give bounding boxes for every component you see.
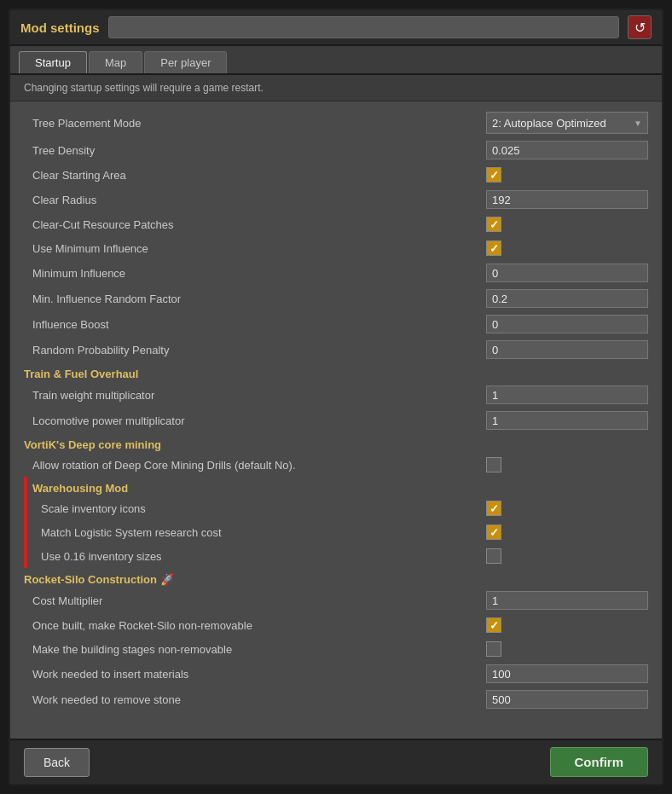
setting-row-work-insert: Work needed to insert materials 100 bbox=[24, 661, 648, 687]
match-logistic-checkbox[interactable] bbox=[486, 525, 501, 540]
train-weight-input[interactable]: 1 bbox=[486, 385, 648, 404]
setting-row-random-prob-penalty: Random Probability Penalty 0 bbox=[24, 337, 648, 362]
setting-row-use-min-influence: Use Minimum Influence bbox=[24, 236, 648, 260]
scale-icons-checkbox-wrap bbox=[486, 501, 648, 516]
clear-cut-patches-checkbox-wrap bbox=[486, 217, 648, 232]
setting-row-work-remove-stone: Work needed to remove stone 500 bbox=[24, 687, 648, 712]
setting-row-min-influence: Minimum Influence 0 bbox=[24, 260, 648, 286]
setting-label-allow-rotation: Allow rotation of Deep Core Mining Drill… bbox=[24, 459, 486, 472]
back-button[interactable]: Back bbox=[24, 748, 90, 777]
tabs-row: Startup Map Per player bbox=[10, 46, 662, 75]
setting-label-rocket-nonremovable: Once built, make Rocket-Silo non-removab… bbox=[24, 619, 486, 632]
section-header-deep-core: VortiK's Deep core mining bbox=[24, 433, 648, 453]
stages-nonremovable-checkbox-wrap bbox=[486, 641, 648, 657]
setting-label-loco-power: Locomotive power multiplicator bbox=[24, 414, 486, 427]
use-min-influence-checkbox-wrap bbox=[486, 241, 648, 256]
setting-row-allow-rotation: Allow rotation of Deep Core Mining Drill… bbox=[24, 453, 648, 477]
setting-row-stages-nonremovable: Make the building stages non-removable bbox=[24, 637, 648, 661]
clear-starting-area-checkbox-wrap bbox=[486, 167, 648, 183]
tab-startup[interactable]: Startup bbox=[19, 51, 87, 73]
modal-title: Mod settings bbox=[20, 20, 100, 35]
setting-label-min-influence-random: Min. Influence Random Factor bbox=[24, 293, 486, 305]
use-min-influence-checkbox[interactable] bbox=[486, 241, 501, 256]
setting-row-clear-starting-area: Clear Starting Area bbox=[24, 163, 648, 187]
clear-starting-area-checkbox[interactable] bbox=[486, 167, 501, 183]
clear-cut-patches-checkbox[interactable] bbox=[486, 217, 501, 232]
rocket-nonremovable-checkbox-wrap bbox=[486, 617, 648, 633]
scale-icons-checkbox[interactable] bbox=[486, 501, 501, 516]
restart-notice: Changing startup settings will require a… bbox=[10, 75, 662, 101]
setting-row-scale-icons: Scale inventory icons bbox=[32, 496, 648, 520]
setting-row-min-influence-random: Min. Influence Random Factor 0.2 bbox=[24, 286, 648, 311]
search-input[interactable] bbox=[108, 16, 620, 38]
setting-row-loco-power: Locomotive power multiplicator 1 bbox=[24, 408, 648, 433]
warehousing-section: Warehousing Mod Scale inventory icons Ma… bbox=[24, 477, 648, 568]
setting-row-tree-density: Tree Density 0.025 bbox=[24, 137, 648, 163]
setting-row-clear-radius: Clear Radius 192 bbox=[24, 187, 648, 212]
setting-label-cost-multiplier: Cost Multiplier bbox=[24, 594, 486, 607]
title-bar: Mod settings ↺ bbox=[10, 10, 662, 46]
min-influence-input[interactable]: 0 bbox=[486, 264, 648, 282]
section-header-rocket-silo: Rocket-Silo Construction 🚀 bbox=[24, 568, 648, 588]
clear-radius-input[interactable]: 192 bbox=[486, 190, 648, 209]
tab-map[interactable]: Map bbox=[89, 51, 142, 73]
setting-row-cost-multiplier: Cost Multiplier 1 bbox=[24, 588, 648, 613]
chevron-down-icon: ▼ bbox=[634, 119, 642, 128]
setting-label-clear-cut-patches: Clear-Cut Resource Patches bbox=[24, 218, 486, 231]
allow-rotation-checkbox[interactable] bbox=[486, 457, 501, 472]
setting-label-random-prob-penalty: Random Probability Penalty bbox=[24, 344, 486, 356]
confirm-button[interactable]: Confirm bbox=[550, 747, 649, 777]
setting-label-tree-density: Tree Density bbox=[24, 144, 486, 157]
section-header-train-fuel: Train & Fuel Overhaul bbox=[24, 362, 648, 382]
influence-boost-input[interactable]: 0 bbox=[486, 315, 648, 333]
setting-label-tree-placement: Tree Placement Mode bbox=[24, 117, 486, 130]
mod-settings-modal: Mod settings ↺ Startup Map Per player Ch… bbox=[9, 9, 663, 785]
rocket-nonremovable-checkbox[interactable] bbox=[486, 617, 501, 633]
work-insert-input[interactable]: 100 bbox=[486, 664, 648, 683]
footer: Back Confirm bbox=[10, 739, 662, 784]
section-header-warehousing: Warehousing Mod bbox=[32, 477, 648, 496]
random-prob-penalty-input[interactable]: 0 bbox=[486, 340, 648, 359]
setting-label-clear-radius: Clear Radius bbox=[24, 194, 486, 206]
tree-placement-dropdown[interactable]: 2: Autoplace Optimized ▼ bbox=[486, 112, 648, 134]
inventory-sizes-checkbox[interactable] bbox=[486, 548, 501, 564]
setting-row-inventory-sizes: Use 0.16 inventory sizes bbox=[32, 544, 648, 568]
setting-row-rocket-nonremovable: Once built, make Rocket-Silo non-removab… bbox=[24, 613, 648, 637]
allow-rotation-checkbox-wrap bbox=[486, 457, 648, 472]
setting-label-inventory-sizes: Use 0.16 inventory sizes bbox=[32, 550, 486, 563]
setting-label-train-weight: Train weight multiplicator bbox=[24, 389, 486, 402]
loco-power-input[interactable]: 1 bbox=[486, 411, 648, 430]
work-remove-stone-input[interactable]: 500 bbox=[486, 690, 648, 709]
match-logistic-checkbox-wrap bbox=[486, 525, 648, 540]
setting-label-work-remove-stone: Work needed to remove stone bbox=[24, 693, 486, 706]
setting-row-tree-placement: Tree Placement Mode 2: Autoplace Optimiz… bbox=[24, 108, 648, 137]
setting-label-min-influence: Minimum Influence bbox=[24, 267, 486, 280]
setting-row-clear-cut-patches: Clear-Cut Resource Patches bbox=[24, 212, 648, 236]
setting-label-use-min-influence: Use Minimum Influence bbox=[24, 242, 486, 255]
warehousing-bar bbox=[24, 477, 27, 568]
setting-row-train-weight: Train weight multiplicator 1 bbox=[24, 382, 648, 408]
setting-label-work-insert: Work needed to insert materials bbox=[24, 668, 486, 681]
tree-density-input[interactable]: 0.025 bbox=[486, 141, 648, 159]
tree-placement-value: 2: Autoplace Optimized bbox=[492, 117, 606, 130]
settings-content: Tree Placement Mode 2: Autoplace Optimiz… bbox=[10, 101, 662, 739]
stages-nonremovable-checkbox[interactable] bbox=[486, 641, 501, 657]
setting-label-match-logistic: Match Logistic System research cost bbox=[32, 526, 486, 539]
setting-label-clear-starting-area: Clear Starting Area bbox=[24, 169, 486, 182]
setting-label-stages-nonremovable: Make the building stages non-removable bbox=[24, 643, 486, 656]
tab-per-player[interactable]: Per player bbox=[144, 51, 227, 73]
warehousing-content: Warehousing Mod Scale inventory icons Ma… bbox=[32, 477, 648, 568]
inventory-sizes-checkbox-wrap bbox=[486, 548, 648, 564]
setting-label-scale-icons: Scale inventory icons bbox=[32, 502, 486, 515]
min-influence-random-input[interactable]: 0.2 bbox=[486, 289, 648, 308]
setting-label-influence-boost: Influence Boost bbox=[24, 318, 486, 331]
reset-button[interactable]: ↺ bbox=[628, 15, 652, 39]
cost-multiplier-input[interactable]: 1 bbox=[486, 591, 648, 610]
setting-row-match-logistic: Match Logistic System research cost bbox=[32, 520, 648, 544]
setting-row-influence-boost: Influence Boost 0 bbox=[24, 311, 648, 337]
